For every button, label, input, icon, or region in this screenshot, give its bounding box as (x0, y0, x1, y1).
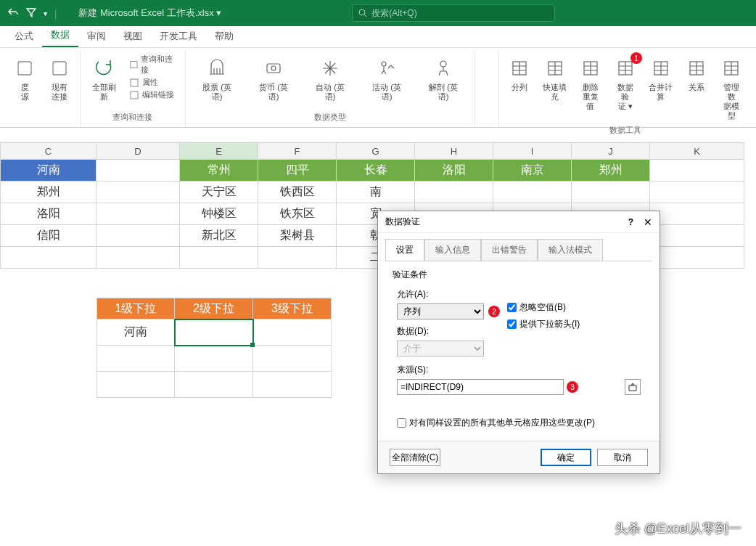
cell[interactable] (650, 203, 744, 225)
dialog-tab[interactable]: 输入法模式 (538, 239, 603, 261)
clear-all-button[interactable]: 全部清除(C) (390, 449, 440, 466)
cell[interactable] (180, 247, 258, 269)
tab-开发工具[interactable]: 开发工具 (151, 25, 206, 47)
dialog-tab[interactable]: 输入信息 (424, 239, 481, 261)
column-header[interactable]: K (650, 142, 744, 160)
cell[interactable]: 钟楼区 (180, 203, 258, 225)
tab-视图[interactable]: 视图 (115, 25, 151, 47)
cell[interactable]: 郑州 (0, 182, 96, 203)
data-tools-button[interactable]: 快速填充 (538, 52, 572, 105)
cell[interactable]: 梨树县 (258, 225, 337, 247)
dropdown-cell[interactable] (96, 372, 175, 398)
filter-icon[interactable] (26, 7, 36, 20)
tab-公式[interactable]: 公式 (6, 25, 42, 47)
cell[interactable] (96, 203, 180, 225)
ribbon-item[interactable]: 查询和连接 (129, 54, 178, 76)
dialog-tab[interactable]: 出错警告 (481, 239, 538, 261)
ignore-blank-checkbox[interactable] (507, 303, 517, 312)
dropdown-cell[interactable] (175, 319, 253, 346)
cell[interactable] (415, 182, 493, 203)
cell[interactable] (650, 160, 744, 182)
cell[interactable] (493, 182, 572, 203)
svg-rect-4 (131, 79, 138, 86)
data-type-button[interactable]: 股票 (英语) (190, 52, 244, 105)
data-type-button[interactable]: 活动 (英语) (360, 52, 414, 105)
cell[interactable] (96, 182, 180, 203)
qat-dropdown-icon[interactable]: ▾ (44, 9, 47, 17)
cell[interactable]: 信阳 (0, 225, 96, 247)
column-header[interactable]: C (0, 142, 96, 160)
data-type-button[interactable]: 解剖 (英语) (416, 52, 470, 105)
data-tools-button[interactable]: 删除重复值 (575, 52, 607, 114)
document-title[interactable]: 新建 Microsoft Excel 工作表.xlsx ▾ (78, 7, 221, 20)
data-type-button[interactable]: 自动 (英语) (303, 52, 357, 105)
callout-badge-2: 2 (488, 306, 500, 317)
cell[interactable]: 四平 (258, 160, 337, 182)
refresh-all-button[interactable]: 全部刷新 (85, 52, 123, 105)
cell[interactable] (650, 247, 744, 269)
cell[interactable]: 洛阳 (415, 160, 493, 182)
cell[interactable] (96, 225, 180, 247)
search-placeholder: 搜索(Alt+Q) (371, 7, 416, 20)
ok-button[interactable]: 确定 (541, 449, 591, 466)
column-header[interactable]: I (493, 142, 572, 160)
cell[interactable] (0, 247, 96, 269)
data-tools-button[interactable]: 分列 (504, 52, 535, 95)
undo-icon[interactable] (7, 7, 19, 20)
close-icon[interactable]: ✕ (644, 216, 652, 228)
dropdown-cell[interactable]: 河南 (96, 319, 175, 346)
cell[interactable]: 长春 (337, 160, 415, 182)
cell[interactable]: 南 (337, 182, 415, 203)
data-tools-button[interactable]: 关系 (681, 52, 712, 95)
cell[interactable]: 郑州 (572, 160, 650, 182)
tab-帮助[interactable]: 帮助 (206, 25, 242, 47)
data-type-button[interactable]: 货币 (英语) (247, 52, 300, 105)
dropdown-cell[interactable] (175, 346, 253, 372)
cell[interactable]: 南京 (493, 160, 572, 182)
source-input[interactable] (397, 379, 564, 395)
help-icon[interactable]: ? (628, 217, 633, 227)
dropdown-cell[interactable] (253, 319, 332, 346)
dropdown-cell[interactable] (253, 346, 332, 372)
dropdown-cell[interactable] (253, 372, 332, 398)
tab-数据[interactable]: 数据 (42, 24, 78, 47)
dialog-tab[interactable]: 设置 (385, 239, 424, 261)
cell[interactable]: 铁东区 (258, 203, 337, 225)
ribbon-button[interactable]: 度源 (9, 52, 41, 105)
cell[interactable]: 河南 (0, 160, 96, 182)
apply-others-checkbox[interactable] (397, 418, 406, 428)
dropdown-cell[interactable] (175, 372, 253, 398)
svg-rect-6 (267, 64, 280, 73)
cell[interactable] (650, 225, 744, 247)
ribbon-item[interactable]: 编辑链接 (129, 89, 178, 100)
column-header[interactable]: G (337, 142, 415, 160)
column-header[interactable]: E (180, 142, 258, 160)
column-header[interactable]: H (415, 142, 493, 160)
dropdown-arrow-checkbox[interactable] (507, 319, 517, 329)
data-tools-button[interactable]: 数据验证 ▾1 (609, 52, 641, 114)
column-header[interactable]: J (572, 142, 650, 160)
search-box[interactable]: 搜索(Alt+Q) (352, 4, 555, 22)
range-picker-icon[interactable] (625, 379, 641, 395)
cell[interactable] (572, 182, 650, 203)
cell[interactable]: 铁西区 (258, 182, 337, 203)
cell[interactable]: 天宁区 (180, 182, 258, 203)
column-header[interactable]: F (258, 142, 337, 160)
ribbon-button[interactable]: 现有连接 (44, 52, 75, 105)
callout-badge-3: 3 (567, 381, 578, 393)
cell[interactable] (258, 247, 337, 269)
data-tools-button[interactable]: 管理数据模型 (715, 52, 747, 123)
allow-select[interactable]: 序列 (397, 303, 484, 319)
cell[interactable]: 新北区 (180, 225, 258, 247)
ribbon-item[interactable]: 属性 (129, 77, 178, 88)
data-tools-button[interactable]: 合并计算 (644, 52, 678, 105)
cell[interactable]: 洛阳 (0, 203, 96, 225)
cell[interactable] (96, 160, 180, 182)
column-header[interactable]: D (96, 142, 180, 160)
dropdown-cell[interactable] (96, 346, 175, 372)
cell[interactable]: 常州 (180, 160, 258, 182)
tab-审阅[interactable]: 审阅 (78, 25, 115, 47)
cancel-button[interactable]: 取消 (597, 449, 648, 466)
cell[interactable] (650, 182, 744, 203)
cell[interactable] (96, 247, 180, 269)
